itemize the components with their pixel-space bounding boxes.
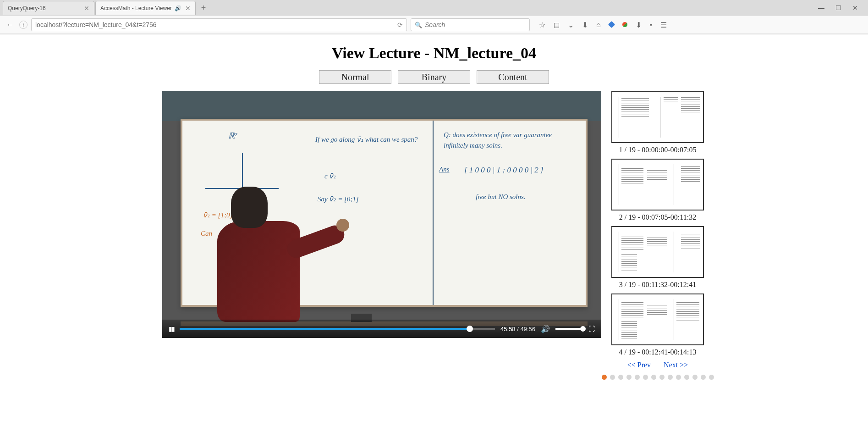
- page-title: View Lecture - NM_lecture_04: [0, 34, 868, 70]
- window-controls: — ☐ ✕: [813, 2, 863, 13]
- wb-qright: Q: does existence of free var guarantee …: [444, 130, 577, 150]
- home-icon[interactable]: ⌂: [596, 21, 601, 29]
- thumb-2-label: 2 / 19 - 00:07:05-00:11:32: [619, 213, 696, 222]
- dot-6[interactable]: [643, 375, 648, 380]
- dot-7[interactable]: [651, 375, 656, 380]
- downloads-icon[interactable]: ⬇: [582, 21, 588, 29]
- dot-13[interactable]: [701, 375, 706, 380]
- reload-icon[interactable]: ⟳: [397, 21, 403, 28]
- minimize-icon[interactable]: —: [818, 4, 824, 11]
- volume-fill: [555, 328, 583, 330]
- dot-12[interactable]: [692, 375, 698, 380]
- time-display: 45:58 / 49:56: [500, 326, 535, 332]
- keyframe-sidebar: 1 / 19 - 00:00:00-00:07:05 2 / 19 - 00:0…: [610, 91, 706, 380]
- tab-title: AccessMath - Lecture Viewer: [100, 5, 172, 11]
- maximize-icon[interactable]: ☐: [835, 4, 841, 11]
- search-bar[interactable]: 🔍: [411, 18, 530, 31]
- wb-r2: ℝ²: [228, 130, 237, 142]
- mode-binary-button[interactable]: Binary: [398, 70, 470, 84]
- instructor: [217, 187, 327, 324]
- close-window-icon[interactable]: ✕: [852, 4, 858, 11]
- wb-matrix: [ 1 0 0 0 | 1 ; 0 0 0 0 | 2 ]: [464, 164, 544, 176]
- pause-icon[interactable]: ▮▮: [169, 325, 174, 332]
- thumb-3[interactable]: [611, 226, 704, 278]
- dot-1[interactable]: [602, 375, 607, 380]
- dot-14[interactable]: [709, 375, 714, 380]
- ext-multi-icon[interactable]: [622, 21, 627, 29]
- dot-3[interactable]: [618, 375, 623, 380]
- browser-chrome: — ☐ ✕ QueryQuery-16 ✕ AccessMath - Lectu…: [0, 0, 868, 34]
- wb-free: free but NO solns.: [476, 192, 526, 202]
- sound-icon[interactable]: 🔊: [175, 5, 181, 11]
- dot-9[interactable]: [668, 375, 673, 380]
- thumb-3-label: 3 / 19 - 00:11:32-00:12:41: [619, 281, 696, 289]
- volume-bar[interactable]: [555, 328, 583, 330]
- mode-buttons: Normal Binary Content: [0, 70, 868, 84]
- wb-qspan: If we go along v̄₁ what can we span?: [315, 134, 430, 145]
- volume-thumb[interactable]: [580, 326, 586, 332]
- wb-cv1: c v̄₁: [324, 171, 336, 182]
- bookmark-star-icon[interactable]: ☆: [539, 21, 545, 29]
- close-icon[interactable]: ✕: [84, 5, 89, 12]
- dot-10[interactable]: [676, 375, 681, 380]
- ext-arrow-drop-icon[interactable]: ▾: [650, 22, 652, 28]
- url-input[interactable]: [35, 21, 397, 28]
- lecture-scene: ℝ² v̄₁ = [1;0] Can of ℝ² by of v̄₁? If w…: [162, 91, 601, 338]
- dot-8[interactable]: [659, 375, 665, 380]
- new-tab-button[interactable]: +: [197, 3, 211, 13]
- tab-accessmath[interactable]: AccessMath - Lecture Viewer 🔊 ✕: [95, 1, 196, 15]
- current-time: 45:58: [500, 326, 516, 332]
- volume-icon[interactable]: 🔊: [541, 325, 550, 333]
- dot-4[interactable]: [626, 375, 632, 380]
- fullscreen-icon[interactable]: ⛶: [588, 325, 595, 332]
- toolbar-icons: ☆ ▤ ⌄ ⬇ ⌂ ⬇ ▾ ☰: [539, 21, 667, 29]
- page-dots: [602, 375, 714, 380]
- ext-blue-icon[interactable]: [609, 21, 614, 29]
- search-icon: 🔍: [415, 22, 422, 28]
- prev-link[interactable]: << Prev: [627, 361, 651, 369]
- next-link[interactable]: Next >>: [664, 361, 688, 369]
- thumb-4[interactable]: [611, 293, 704, 345]
- url-bar[interactable]: ⟳: [31, 18, 407, 31]
- navbar: ← i ⟳ 🔍 ☆ ▤ ⌄ ⬇ ⌂ ⬇ ▾ ☰: [0, 16, 868, 34]
- tab-title: QueryQuery-16: [8, 5, 80, 11]
- video-controls: ▮▮ 45:58 / 49:56 🔊 ⛶: [162, 320, 601, 338]
- progress-fill: [180, 328, 470, 330]
- mode-content-button[interactable]: Content: [477, 70, 549, 84]
- thumb-2[interactable]: [611, 159, 704, 210]
- progress-thumb[interactable]: [467, 326, 473, 332]
- tab-query[interactable]: QueryQuery-16 ✕: [3, 1, 94, 15]
- thumb-1[interactable]: [611, 91, 704, 143]
- menu-icon[interactable]: ☰: [660, 21, 667, 29]
- dot-11[interactable]: [684, 375, 689, 380]
- ext-arrow-icon[interactable]: ⬇: [636, 21, 642, 29]
- dot-2[interactable]: [610, 375, 615, 380]
- page: View Lecture - NM_lecture_04 Normal Bina…: [0, 34, 868, 380]
- reader-icon[interactable]: ▤: [554, 21, 560, 28]
- wb-can1: Can: [201, 228, 212, 239]
- pocket-icon[interactable]: ⌄: [568, 21, 574, 29]
- pager: << Prev Next >>: [627, 361, 688, 369]
- progress-bar[interactable]: [180, 328, 495, 330]
- dot-5[interactable]: [635, 375, 640, 380]
- thumb-4-label: 4 / 19 - 00:12:41-00:14:13: [619, 348, 697, 356]
- duration: 49:56: [520, 326, 535, 332]
- mode-normal-button[interactable]: Normal: [319, 70, 391, 84]
- back-icon[interactable]: ←: [5, 19, 16, 31]
- thumb-1-label: 1 / 19 - 00:00:00-00:07:05: [619, 146, 697, 154]
- info-icon[interactable]: i: [19, 21, 27, 29]
- close-icon[interactable]: ✕: [185, 5, 191, 12]
- video-player: ℝ² v̄₁ = [1;0] Can of ℝ² by of v̄₁? If w…: [162, 91, 601, 338]
- content-container: ℝ² v̄₁ = [1;0] Can of ℝ² by of v̄₁? If w…: [0, 91, 868, 380]
- video-frame[interactable]: ℝ² v̄₁ = [1;0] Can of ℝ² by of v̄₁? If w…: [162, 91, 601, 338]
- search-input[interactable]: [425, 21, 526, 28]
- tab-strip: — ☐ ✕ QueryQuery-16 ✕ AccessMath - Lectu…: [0, 0, 868, 16]
- wb-ans: Ans: [439, 164, 450, 175]
